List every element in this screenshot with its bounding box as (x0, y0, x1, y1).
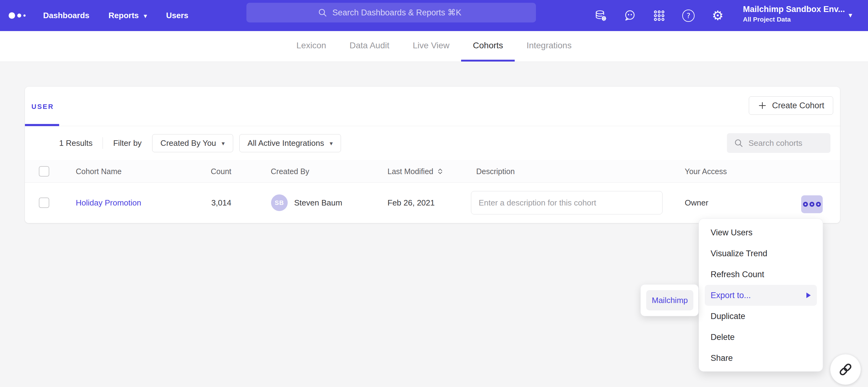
menu-item-refresh-count[interactable]: Refresh Count (699, 264, 823, 285)
project-selector[interactable]: Mailchimp Sandbox Env... All Project Dat… (743, 5, 845, 23)
apps-grid-icon (653, 9, 665, 22)
active-tab-underline (25, 124, 59, 126)
description-input[interactable] (471, 191, 662, 214)
top-nav-bar: Dashboards Reports ▼ Users (0, 0, 868, 31)
search-icon (734, 138, 744, 148)
cohort-name-link[interactable]: Holiday Promotion (76, 198, 141, 208)
nav-item-dashboards[interactable]: Dashboards (43, 11, 89, 20)
menu-item-label: Share (711, 353, 733, 363)
filter-value: Created By You (160, 138, 216, 148)
tab-label: Integrations (526, 41, 571, 50)
primary-nav: Dashboards Reports ▼ Users (43, 0, 188, 31)
tab-data-audit[interactable]: Data Audit (338, 31, 401, 62)
apps-grid-button[interactable] (652, 9, 666, 23)
tab-label: Data Audit (350, 41, 389, 50)
filter-toolbar: 1 Results Filter by Created By You ▼ All… (25, 126, 840, 160)
menu-item-label: View Users (711, 228, 752, 238)
plus-icon (758, 101, 767, 110)
submenu-item-mailchimp[interactable]: Mailchimp (646, 290, 693, 310)
menu-item-delete[interactable]: Delete (699, 327, 823, 348)
menu-item-duplicate[interactable]: Duplicate (699, 306, 823, 327)
settings-button[interactable]: ⚙ (711, 9, 724, 23)
filter-value: All Active Integrations (248, 138, 324, 148)
logo-dot-large (9, 12, 15, 19)
menu-item-view-users[interactable]: View Users (699, 222, 823, 243)
nav-item-users[interactable]: Users (166, 11, 188, 20)
tab-integrations[interactable]: Integrations (515, 31, 583, 62)
chevron-down-icon: ▼ (144, 13, 147, 19)
ellipsis-icon (816, 202, 821, 207)
created-by-name: Steven Baum (294, 183, 342, 223)
mixpanel-logo[interactable] (9, 0, 26, 31)
question-mark-glyph: ? (687, 12, 690, 20)
nav-item-reports[interactable]: Reports ▼ (108, 11, 147, 20)
header-created-by: Created By (271, 160, 309, 183)
link-icon (838, 362, 853, 377)
chevron-down-icon[interactable]: ▼ (848, 12, 852, 18)
cohorts-panel: USER Create Cohort 1 Results Filter by C… (25, 87, 840, 223)
sort-icon (437, 168, 443, 175)
cohort-search-input[interactable] (748, 138, 823, 148)
cohort-count: 3,014 (173, 183, 231, 223)
help-button[interactable]: ? (682, 9, 695, 23)
avatar-initials: SB (275, 199, 284, 206)
user-tab-label: USER (31, 103, 54, 111)
global-search-input[interactable] (332, 8, 465, 17)
menu-item-share[interactable]: Share (699, 348, 823, 368)
gear-icon: ⚙ (712, 9, 723, 22)
menu-item-label: Refresh Count (711, 270, 764, 279)
global-search-bar[interactable] (246, 3, 536, 23)
menu-item-label: Visualize Trend (711, 249, 767, 258)
row-checkbox[interactable] (39, 198, 49, 208)
menu-item-label: Export to... (711, 291, 751, 300)
create-cohort-label: Create Cohort (772, 101, 824, 110)
row-context-menu: View Users Visualize Trend Refresh Count… (699, 218, 823, 372)
feedback-button[interactable] (623, 9, 637, 23)
created-by-filter-dropdown[interactable]: Created By You ▼ (152, 134, 233, 152)
logo-dot-medium (17, 13, 21, 17)
menu-item-export-to[interactable]: Export to... (705, 285, 817, 306)
ellipsis-icon (809, 202, 814, 207)
section-tabs-bar: Lexicon Data Audit Live View Cohorts Int… (0, 31, 868, 62)
cohort-search-box[interactable] (727, 133, 830, 153)
ellipsis-icon (803, 202, 808, 207)
tab-label: Live View (413, 41, 450, 50)
tab-cohorts[interactable]: Cohorts (461, 31, 515, 62)
header-description: Description (476, 160, 515, 183)
tab-user-cohorts[interactable]: USER (25, 87, 74, 126)
row-overflow-menu-button[interactable] (801, 195, 823, 213)
select-all-checkbox[interactable] (39, 166, 49, 177)
create-cohort-button[interactable]: Create Cohort (749, 96, 833, 115)
table-header-row: Cohort Name Count Created By Last Modifi… (25, 160, 840, 183)
project-subtitle: All Project Data (743, 16, 845, 23)
nav-item-label: Reports (108, 11, 138, 20)
database-gear-icon (594, 9, 607, 22)
submenu-arrow-icon (806, 292, 811, 298)
nav-item-label: Users (166, 11, 188, 20)
integrations-filter-dropdown[interactable]: All Active Integrations ▼ (239, 134, 341, 152)
avatar: SB (271, 195, 288, 211)
header-your-access: Your Access (685, 160, 727, 183)
menu-item-visualize-trend[interactable]: Visualize Trend (699, 243, 823, 264)
header-label: Last Modified (388, 167, 433, 176)
project-name: Mailchimp Sandbox Env... (743, 5, 845, 14)
access-level: Owner (685, 183, 708, 223)
tab-label: Cohorts (473, 41, 503, 50)
header-cohort-name: Cohort Name (76, 160, 122, 183)
header-count: Count (173, 160, 231, 183)
filter-by-label: Filter by (113, 138, 142, 148)
data-management-button[interactable] (594, 9, 608, 23)
chevron-down-icon: ▼ (330, 141, 333, 146)
submenu-item-label: Mailchimp (652, 295, 688, 305)
search-icon (317, 8, 328, 17)
header-last-modified[interactable]: Last Modified (388, 160, 443, 183)
tab-lexicon[interactable]: Lexicon (285, 31, 338, 62)
nav-icon-cluster: ? ⚙ (594, 0, 724, 31)
export-submenu: Mailchimp (640, 284, 699, 316)
tab-label: Lexicon (296, 41, 326, 50)
copy-link-floating-button[interactable] (830, 354, 861, 385)
tab-live-view[interactable]: Live View (401, 31, 461, 62)
results-count: 1 Results (59, 138, 92, 148)
table-row: Holiday Promotion 3,014 SB Steven Baum F… (25, 183, 840, 223)
nav-item-label: Dashboards (43, 11, 89, 20)
